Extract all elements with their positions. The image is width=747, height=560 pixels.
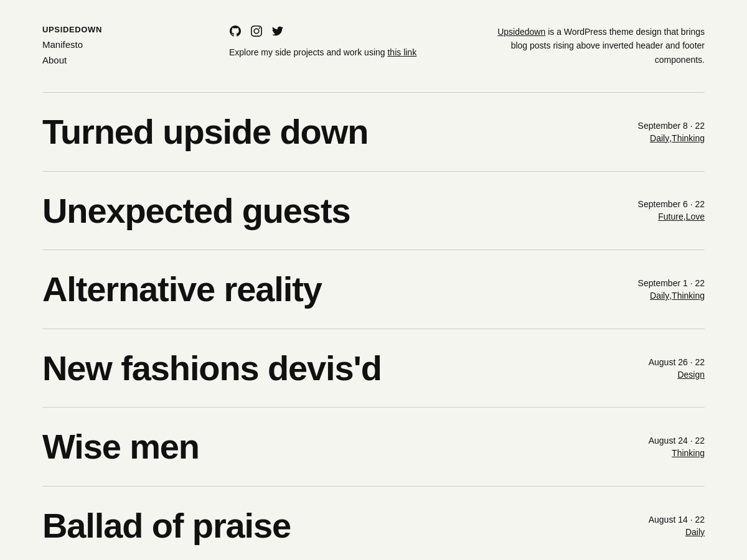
post-tag[interactable]: Future [658,212,683,222]
site-header: UPSIDEDOWN Manifesto About [0,0,747,92]
post-meta: September 8 · 22Daily, Thinking [605,121,705,143]
post-date: September 1 · 22 [605,278,705,288]
header-right: Upsidedown is a WordPress theme design t… [461,25,705,67]
post-tag[interactable]: Daily [685,527,705,537]
explore-link[interactable]: this link [387,47,416,57]
post-tag[interactable]: Daily [650,133,669,143]
post-tags: Future, Love [605,212,705,222]
post-date: August 26 · 22 [605,357,705,367]
post-item: Ballad of praiseAugust 14 · 22Daily [42,487,705,560]
post-tag[interactable]: Design [677,370,705,380]
post-tags: Design [605,370,705,380]
site-description-link[interactable]: Upsidedown [497,27,545,37]
post-tag[interactable]: Daily [650,291,669,301]
post-meta: August 26 · 22Design [605,357,705,380]
post-item: Alternative realitySeptember 1 · 22Daily… [42,250,705,329]
post-meta: August 24 · 22Thinking [605,436,705,458]
header-left: UPSIDEDOWN Manifesto About [42,25,217,67]
post-item: Turned upside downSeptember 8 · 22Daily,… [42,93,705,172]
post-title[interactable]: Wise men [42,427,580,466]
post-tag[interactable]: Thinking [672,291,705,301]
header-explore-text: Explore my side projects and work using … [229,46,461,59]
post-meta: September 6 · 22Future, Love [605,199,705,222]
instagram-icon[interactable] [250,25,263,37]
post-title[interactable]: Ballad of praise [42,506,580,545]
site-title: UPSIDEDOWN [42,25,217,34]
nav-link-manifesto[interactable]: Manifesto [42,38,217,52]
post-tags: Daily, Thinking [605,133,705,143]
post-date: August 14 · 22 [605,515,705,525]
post-date: August 24 · 22 [605,436,705,446]
post-tags: Daily, Thinking [605,291,705,301]
post-title[interactable]: Alternative reality [42,270,580,309]
post-tag[interactable]: Love [686,212,705,222]
twitter-icon[interactable] [271,25,284,37]
post-meta: August 14 · 22Daily [605,515,705,537]
post-item: New fashions devis'dAugust 26 · 22Design [42,329,705,408]
post-date: September 6 · 22 [605,199,705,209]
post-list: Turned upside downSeptember 8 · 22Daily,… [0,93,747,560]
post-meta: September 1 · 22Daily, Thinking [605,278,705,301]
post-item: Unexpected guestsSeptember 6 · 22Future,… [42,172,705,251]
main-nav: Manifesto About [42,38,217,67]
post-tag[interactable]: Thinking [672,448,705,458]
post-title[interactable]: New fashions devis'd [42,349,580,388]
post-tags: Daily [605,527,705,537]
nav-link-about[interactable]: About [42,54,217,68]
post-title[interactable]: Unexpected guests [42,192,580,230]
post-item: Wise menAugust 24 · 22Thinking [42,408,705,487]
post-date: September 8 · 22 [605,121,705,131]
site-description: Upsidedown is a WordPress theme design t… [486,25,705,67]
social-icons [229,25,461,37]
header-middle: Explore my side projects and work using … [217,25,461,59]
post-tags: Thinking [605,448,705,458]
post-title[interactable]: Turned upside down [42,113,580,151]
github-icon[interactable] [229,25,242,37]
post-tag[interactable]: Thinking [672,133,705,143]
